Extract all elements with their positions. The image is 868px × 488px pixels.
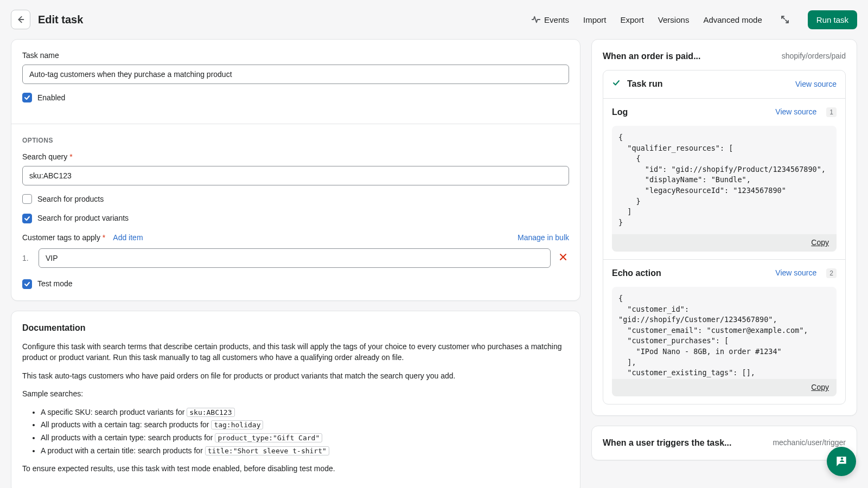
search-variants-checkbox[interactable] xyxy=(22,214,32,223)
versions-link[interactable]: Versions xyxy=(658,14,690,25)
echo-code: { "customer_id": "gid://shopify/Customer… xyxy=(612,287,837,379)
doc-sample: All products with a certain tag: search … xyxy=(41,420,569,431)
doc-paragraph: To ensure expected results, use this tas… xyxy=(22,464,569,474)
documentation-heading: Documentation xyxy=(22,322,569,334)
doc-sample: A specific SKU: search product variants … xyxy=(41,407,569,418)
search-query-input[interactable] xyxy=(22,166,569,185)
manage-bulk-link[interactable]: Manage in bulk xyxy=(518,233,569,243)
doc-sample: All products with a certain type: search… xyxy=(41,433,569,444)
doc-paragraph: Configure this task with search terms th… xyxy=(22,342,569,363)
check-icon xyxy=(24,94,30,101)
check-icon xyxy=(24,215,30,222)
search-variants-label: Search for product variants xyxy=(37,213,129,224)
fullscreen-button[interactable] xyxy=(776,11,794,28)
event-title: When a user triggers the task... xyxy=(603,437,731,449)
chat-icon xyxy=(834,454,848,468)
doc-paragraph: Sample searches: xyxy=(22,389,569,400)
copy-button[interactable]: Copy xyxy=(811,237,829,248)
success-icon xyxy=(612,79,621,91)
remove-tag-button[interactable] xyxy=(557,252,569,265)
chat-button[interactable] xyxy=(827,447,856,476)
event-title: When an order is paid... xyxy=(603,50,700,62)
copy-button[interactable]: Copy xyxy=(811,382,829,393)
advanced-mode-link[interactable]: Advanced mode xyxy=(703,14,762,25)
page-title: Edit task xyxy=(38,12,83,27)
tag-list-item: 1. xyxy=(22,248,569,268)
check-icon xyxy=(24,281,30,287)
tag-input[interactable] xyxy=(39,248,551,268)
test-mode-checkbox[interactable] xyxy=(22,279,32,289)
activity-icon xyxy=(531,15,541,24)
enabled-checkbox[interactable] xyxy=(22,93,32,102)
event-card: When an order is paid... shopify/orders/… xyxy=(591,39,857,416)
task-name-label: Task name xyxy=(22,50,569,61)
log-code: { "qualifier_resources": [ { "id": "gid:… xyxy=(612,126,837,234)
enabled-label: Enabled xyxy=(37,93,65,104)
doc-paragraph: This task auto-tags customers who have p… xyxy=(22,371,569,382)
arrow-left-icon xyxy=(16,15,25,24)
step-number: 2 xyxy=(826,268,837,279)
run-task-button[interactable]: Run task xyxy=(808,10,857,29)
import-link[interactable]: Import xyxy=(583,14,607,25)
search-products-label: Search for products xyxy=(37,194,104,205)
customer-tags-label: Customer tags to apply * xyxy=(22,233,105,243)
export-link[interactable]: Export xyxy=(620,14,643,25)
test-mode-label: Test mode xyxy=(37,279,73,290)
add-item-link[interactable]: Add item xyxy=(113,233,143,243)
view-source-link[interactable]: View source xyxy=(775,107,816,118)
events-link[interactable]: Events xyxy=(531,14,569,25)
log-title: Log xyxy=(612,106,770,118)
search-query-label: Search query * xyxy=(22,152,569,163)
tag-index: 1. xyxy=(22,253,32,264)
view-source-link[interactable]: View source xyxy=(795,79,837,90)
step-number: 1 xyxy=(826,107,837,118)
documentation-card: Documentation Configure this task with s… xyxy=(11,311,580,488)
search-products-checkbox[interactable] xyxy=(22,194,32,204)
event-topic: shopify/orders/paid xyxy=(782,51,846,62)
doc-sample: A product with a certain title: search p… xyxy=(41,446,569,457)
events-label: Events xyxy=(544,14,569,25)
echo-title: Echo action xyxy=(612,267,770,279)
options-heading: OPTIONS xyxy=(22,136,569,145)
event-card: When a user triggers the task... mechani… xyxy=(591,426,857,460)
event-topic: mechanic/user/trigger xyxy=(773,438,846,448)
task-run-title: Task run xyxy=(627,78,789,90)
svg-point-0 xyxy=(841,457,843,459)
close-icon xyxy=(559,253,567,261)
view-source-link[interactable]: View source xyxy=(775,268,816,279)
expand-icon xyxy=(780,14,790,25)
back-button[interactable] xyxy=(11,10,30,29)
task-name-input[interactable] xyxy=(22,65,569,84)
